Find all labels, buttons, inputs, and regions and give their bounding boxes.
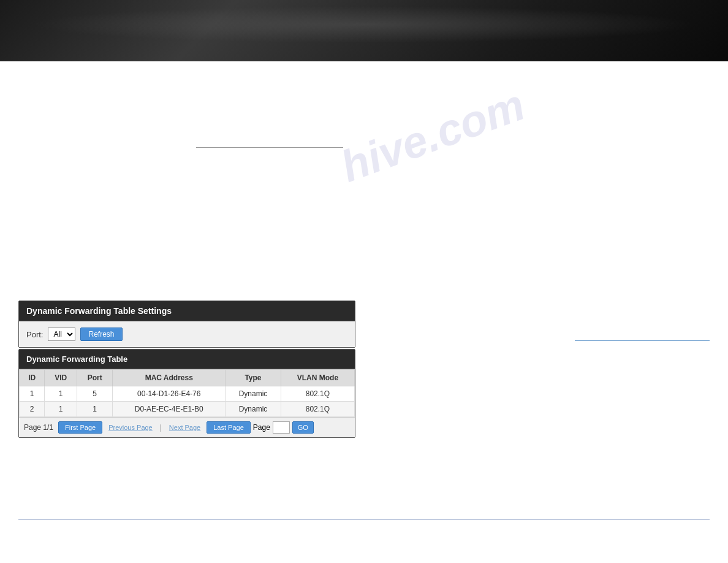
port-select[interactable]: All 1 2 3 4 5 6 7 8 [48, 327, 75, 341]
col-id: ID [20, 370, 45, 386]
header-banner [0, 0, 728, 61]
cell-vid: 1 [45, 402, 77, 417]
table-panel: Dynamic Forwarding Table ID VID Port MAC… [18, 349, 355, 438]
col-mac: MAC Address [113, 370, 226, 386]
separator-1: | [160, 423, 162, 432]
port-label: Port: [26, 330, 43, 339]
table-row: 2 1 1 D0-AE-EC-4E-E1-B0 Dynamic 802.1Q [20, 402, 355, 417]
col-vlan-mode: VLAN Mode [281, 370, 354, 386]
watermark: hive.com [334, 79, 531, 192]
cell-vlan-mode: 802.1Q [281, 386, 354, 402]
table-header-row: ID VID Port MAC Address Type VLAN Mode [20, 370, 355, 386]
page-input[interactable] [273, 421, 290, 434]
table-panel-title: Dynamic Forwarding Table [26, 354, 127, 364]
cell-id: 1 [20, 386, 45, 402]
forwarding-table: ID VID Port MAC Address Type VLAN Mode 1… [19, 369, 355, 417]
next-page-button[interactable]: Next Page [165, 422, 204, 433]
table-panel-header: Dynamic Forwarding Table [19, 350, 355, 369]
col-vid: VID [45, 370, 77, 386]
table-container: ID VID Port MAC Address Type VLAN Mode 1… [19, 369, 355, 417]
cell-vlan-mode: 802.1Q [281, 402, 354, 417]
settings-panel: Dynamic Forwarding Table Settings Port: … [18, 301, 355, 348]
settings-panel-header: Dynamic Forwarding Table Settings [19, 301, 355, 321]
pagination-bar: Page 1/1 First Page Previous Page | Next… [19, 417, 355, 437]
settings-body: Port: All 1 2 3 4 5 6 7 8 Refresh [19, 321, 355, 347]
cell-mac: 00-14-D1-26-E4-76 [113, 386, 226, 402]
main-panel: Dynamic Forwarding Table Settings Port: … [18, 301, 355, 438]
col-type: Type [226, 370, 281, 386]
bottom-decorative-line [18, 519, 710, 520]
last-page-button[interactable]: Last Page [207, 421, 251, 434]
cell-type: Dynamic [226, 386, 281, 402]
cell-port: 5 [77, 386, 113, 402]
cell-mac: D0-AE-EC-4E-E1-B0 [113, 402, 226, 417]
cell-vid: 1 [45, 386, 77, 402]
page-info: Page 1/1 [24, 423, 53, 432]
previous-page-button[interactable]: Previous Page [105, 422, 156, 433]
top-decorative-line [196, 147, 343, 148]
first-page-button[interactable]: First Page [58, 421, 102, 434]
refresh-button[interactable]: Refresh [80, 327, 122, 341]
go-button[interactable]: GO [292, 421, 314, 434]
cell-port: 1 [77, 402, 113, 417]
settings-panel-title: Dynamic Forwarding Table Settings [26, 306, 172, 316]
col-port: Port [77, 370, 113, 386]
table-row: 1 1 5 00-14-D1-26-E4-76 Dynamic 802.1Q [20, 386, 355, 402]
cell-type: Dynamic [226, 402, 281, 417]
cell-id: 2 [20, 402, 45, 417]
page-label: Page [253, 423, 270, 432]
right-decorative-line [575, 340, 710, 341]
